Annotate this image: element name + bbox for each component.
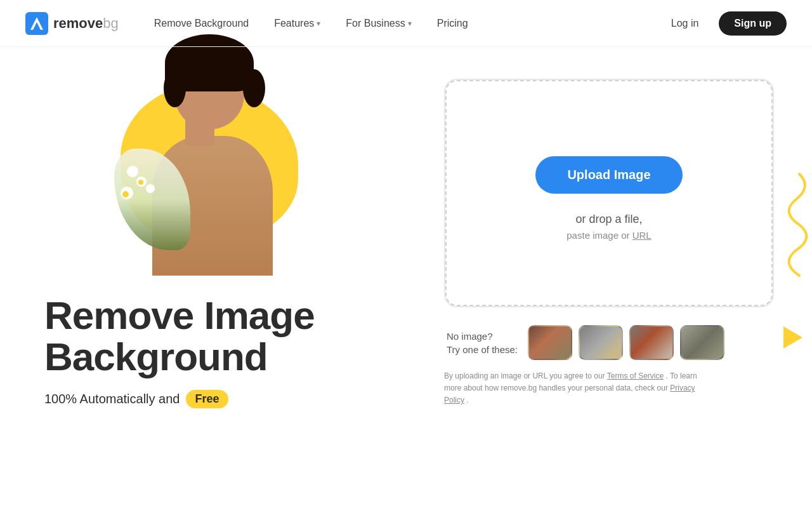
sample-thumb-person[interactable] — [528, 325, 572, 360]
nav-features[interactable]: Features ▾ — [264, 13, 331, 34]
sample-thumb-robot[interactable] — [680, 325, 724, 360]
main-content: Remove Image Background 100% Automatical… — [0, 47, 812, 408]
left-column: Remove Image Background 100% Automatical… — [38, 72, 406, 408]
navbar: removebg Remove Background Features ▾ Fo… — [0, 0, 812, 47]
nav-pricing[interactable]: Pricing — [427, 13, 478, 34]
url-link[interactable]: URL — [632, 230, 652, 241]
logo[interactable]: removebg — [25, 12, 119, 35]
triangle-decoration — [783, 326, 802, 349]
features-chevron-icon: ▾ — [317, 19, 320, 28]
sample-thumb-cat[interactable] — [579, 325, 623, 360]
no-image-label: No image? Try one of these: — [447, 330, 518, 356]
hero-person-illustration — [133, 72, 292, 276]
logo-icon — [25, 12, 48, 35]
upload-area[interactable]: Upload Image or drop a file, paste image… — [444, 79, 774, 307]
sample-thumbs — [528, 325, 724, 360]
hero-text-block: Remove Image Background 100% Automatical… — [38, 295, 406, 408]
drop-text: or drop a file, — [575, 213, 642, 226]
upload-image-button[interactable]: Upload Image — [535, 156, 682, 194]
nav-links: Remove Background Features ▾ For Busines… — [144, 13, 658, 34]
right-column: Upload Image or drop a file, paste image… — [444, 72, 774, 407]
for-business-chevron-icon: ▾ — [408, 19, 412, 28]
paste-text: paste image or URL — [566, 230, 651, 241]
nav-remove-background[interactable]: Remove Background — [144, 13, 259, 34]
legal-text: By uploading an image or URL you agree t… — [444, 370, 710, 407]
nav-for-business[interactable]: For Business ▾ — [336, 13, 421, 34]
sample-images-row: No image? Try one of these: — [444, 325, 774, 360]
tos-link[interactable]: Terms of Service — [607, 371, 664, 380]
free-badge: Free — [186, 390, 228, 408]
hero-image-area — [38, 72, 393, 276]
hero-subline: 100% Automatically and Free — [44, 390, 406, 408]
logo-text: removebg — [53, 15, 119, 32]
hero-headline: Remove Image Background — [44, 295, 406, 377]
svg-marker-3 — [783, 326, 802, 349]
sample-thumb-car[interactable] — [629, 325, 674, 360]
signup-button[interactable]: Sign up — [719, 11, 787, 36]
nav-actions: Log in Sign up — [658, 11, 787, 36]
login-button[interactable]: Log in — [658, 13, 712, 34]
